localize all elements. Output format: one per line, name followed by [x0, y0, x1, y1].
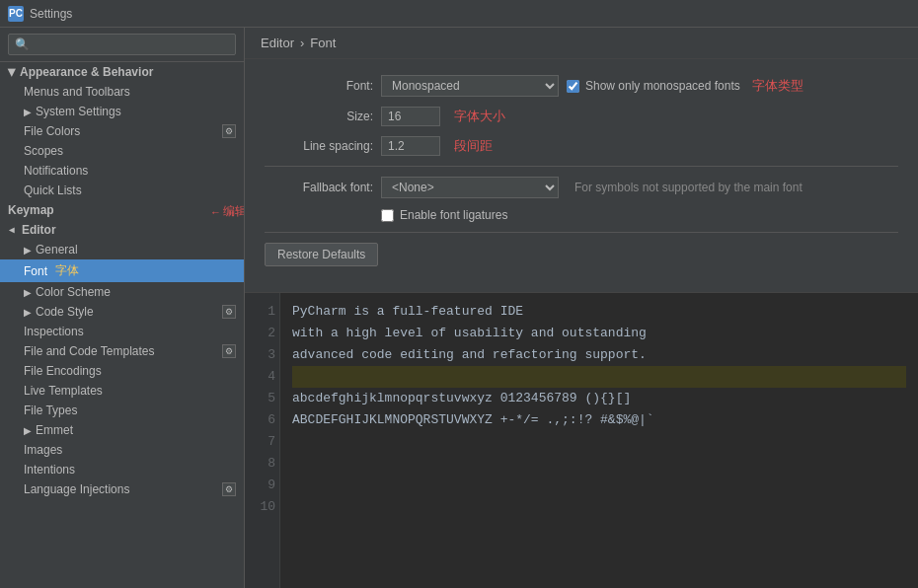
content-panel: Editor › Font Font: Monospaced Show only…	[245, 28, 918, 588]
ligatures-row: Enable font ligatures	[265, 208, 898, 222]
sidebar-item-menus[interactable]: Menus and Toolbars	[0, 82, 244, 102]
code-line-5: abcdefghijklmnopqrstuvwxyz 0123456789 ()…	[292, 388, 906, 409]
code-line-8	[292, 453, 906, 475]
sidebar-item-system[interactable]: ▶ System Settings	[0, 102, 244, 121]
line-num: 6	[249, 409, 275, 431]
code-line-6: ABCDEFGHIJKLMNOPQRSTUVWXYZ +-*/= .,;:!? …	[292, 409, 906, 431]
checkbox-label: Show only monospaced fonts	[585, 79, 740, 93]
sidebar-item-editor[interactable]: ▼ Editor	[0, 220, 244, 240]
divider	[265, 166, 898, 167]
title-bar: PC Settings	[0, 0, 918, 28]
sidebar-item-keymap[interactable]: Keymap	[0, 200, 244, 220]
sidebar-item-livetemplates[interactable]: Live Templates	[0, 381, 244, 401]
size-row: Size: 字体大小	[265, 107, 898, 126]
sidebar-item-font[interactable]: Font 字体	[0, 259, 244, 282]
breadcrumb-part1: Editor	[261, 36, 294, 50]
breadcrumb-separator: ›	[300, 36, 304, 50]
line-num: 3	[249, 344, 275, 366]
preview-area: 1 2 3 4 5 6 7 8 9 10 PyCharm is a full-f…	[245, 293, 918, 588]
ligatures-label: Enable font ligatures	[400, 208, 507, 222]
search-box	[0, 28, 244, 62]
font-type-annotation: 字体类型	[752, 77, 803, 95]
font-select[interactable]: Monospaced	[381, 75, 559, 97]
sidebar-item-intentions[interactable]: Intentions	[0, 460, 244, 479]
fallback-note: For symbols not supported by the main fo…	[574, 181, 803, 194]
expand-arrow-editor: ▼	[7, 225, 18, 235]
font-settings-panel: Font: Monospaced Show only monospaced fo…	[245, 59, 918, 293]
line-num: 9	[249, 475, 275, 496]
line-num: 5	[249, 388, 275, 409]
sidebar-item-languageinjections[interactable]: Language Injections ⚙	[0, 479, 244, 499]
sidebar-item-appearance[interactable]: ▶ Appearance & Behavior	[0, 62, 244, 82]
checkbox-row: Show only monospaced fonts 字体类型	[567, 77, 803, 95]
sidebar-item-quicklists[interactable]: Quick Lists	[0, 181, 244, 200]
expand-arrow-codestyle: ▶	[24, 307, 32, 318]
code-line-7	[292, 431, 906, 453]
line-num: 10	[249, 496, 275, 518]
size-label: Size:	[265, 110, 373, 123]
sidebar-item-filecolors[interactable]: File Colors ⚙	[0, 121, 244, 141]
sidebar-item-fileencodings[interactable]: File Encodings	[0, 361, 244, 381]
expand-arrow-colorscheme: ▶	[24, 287, 32, 298]
code-line-4	[292, 366, 906, 388]
sidebar-item-images[interactable]: Images	[0, 440, 244, 460]
fallback-row: Fallback font: <None> For symbols not su…	[265, 177, 898, 198]
font-row: Font: Monospaced Show only monospaced fo…	[265, 75, 898, 97]
linespacing-row: Line spacing: 段间距	[265, 136, 898, 156]
code-line-3: advanced code editing and refactoring su…	[292, 344, 906, 366]
line-num: 4	[249, 366, 275, 388]
sidebar-item-codestyle[interactable]: ▶ Code Style ⚙	[0, 302, 244, 322]
sidebar-item-inspections[interactable]: Inspections	[0, 322, 244, 341]
font-label: Font:	[265, 79, 373, 93]
line-num: 8	[249, 453, 275, 475]
sidebar-item-general[interactable]: ▶ General	[0, 240, 244, 259]
filecodetemplates-badge: ⚙	[222, 344, 236, 358]
sidebar: ▶ Appearance & Behavior Menus and Toolba…	[0, 28, 245, 588]
app-icon: PC	[8, 6, 24, 22]
preview-content: 1 2 3 4 5 6 7 8 9 10 PyCharm is a full-f…	[245, 293, 918, 588]
code-preview: PyCharm is a full-featured IDE with a hi…	[280, 293, 918, 588]
font-item-container: Font 字体	[0, 259, 244, 282]
linespacing-annotation: 段间距	[454, 137, 493, 155]
main-container: ▶ Appearance & Behavior Menus and Toolba…	[0, 28, 918, 588]
line-num: 1	[249, 301, 275, 323]
codestyle-badge: ⚙	[222, 305, 236, 319]
code-line-1: PyCharm is a full-featured IDE	[292, 301, 906, 323]
size-annotation: 字体大小	[454, 108, 505, 125]
ligatures-checkbox[interactable]	[381, 209, 394, 222]
languageinjections-badge: ⚙	[222, 482, 236, 496]
expand-arrow-emmet: ▶	[24, 425, 32, 436]
restore-row: Restore Defaults	[265, 243, 898, 266]
monospaced-checkbox[interactable]	[567, 80, 579, 93]
breadcrumb: Editor › Font	[245, 28, 918, 59]
line-num: 2	[249, 323, 275, 344]
expand-arrow-general: ▶	[24, 245, 32, 256]
sidebar-item-colorscheme[interactable]: ▶ Color Scheme	[0, 282, 244, 302]
sidebar-item-scopes[interactable]: Scopes	[0, 141, 244, 161]
sidebar-item-filecodetemplates[interactable]: File and Code Templates ⚙	[0, 341, 244, 361]
search-input[interactable]	[8, 34, 236, 55]
breadcrumb-part2: Font	[310, 36, 336, 50]
code-line-2: with a high level of usability and outst…	[292, 323, 906, 344]
sidebar-item-emmet[interactable]: ▶ Emmet	[0, 420, 244, 440]
code-line-10	[292, 496, 906, 518]
line-numbers: 1 2 3 4 5 6 7 8 9 10	[245, 293, 280, 588]
expand-arrow-system: ▶	[24, 107, 32, 117]
linespacing-label: Line spacing:	[265, 139, 373, 153]
sidebar-item-filetypes[interactable]: File Types	[0, 401, 244, 420]
divider2	[265, 232, 898, 233]
expand-arrow: ▶	[7, 68, 18, 76]
ligatures-checkbox-row: Enable font ligatures	[381, 208, 507, 222]
size-input[interactable]	[381, 107, 440, 126]
code-line-9	[292, 475, 906, 496]
fallback-select[interactable]: <None>	[381, 177, 559, 198]
line-num: 7	[249, 431, 275, 453]
settings-badge: ⚙	[222, 124, 236, 138]
fallback-label: Fallback font:	[265, 181, 373, 194]
window-title: Settings	[30, 7, 72, 21]
linespacing-input[interactable]	[381, 136, 440, 156]
sidebar-item-notifications[interactable]: Notifications	[0, 161, 244, 181]
restore-defaults-button[interactable]: Restore Defaults	[265, 243, 378, 266]
keymap-container: Keymap ← 编辑器	[0, 200, 244, 220]
